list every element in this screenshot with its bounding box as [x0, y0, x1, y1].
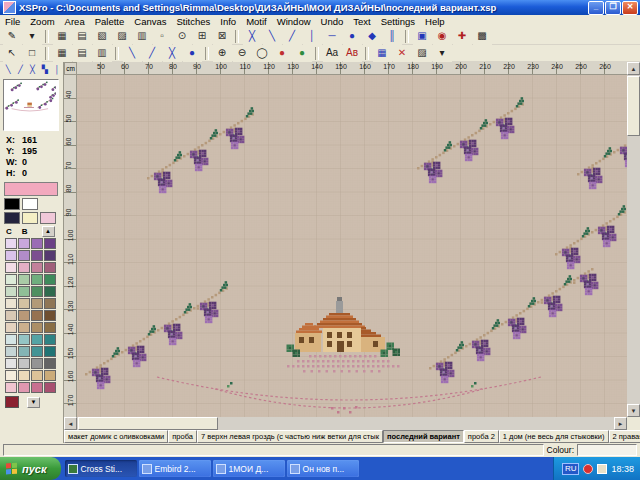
start-button[interactable]: пуск — [0, 457, 61, 480]
palette-swatch[interactable] — [44, 358, 56, 369]
tool-full-cross-stitch-button[interactable]: ▦ — [53, 28, 72, 45]
pattern-tab[interactable]: 7 верхн левая гроздь (с частью ниж ветки… — [197, 430, 383, 443]
palette-swatch[interactable] — [18, 334, 30, 345]
tool-knot-red-button[interactable]: ◉ — [433, 28, 452, 45]
palette-swatch[interactable] — [5, 310, 17, 321]
minimize-button[interactable]: _ — [588, 1, 604, 15]
taskbar-button[interactable]: 1МОИ Д... — [213, 460, 285, 477]
palette-swatch[interactable] — [5, 322, 17, 333]
tool-side-half-ne-button[interactable]: ╱ — [15, 63, 26, 77]
taskbar-button[interactable]: Embird 2... — [139, 460, 211, 477]
tool-blue-half-fwd-button[interactable]: ╱ — [283, 28, 302, 45]
palette-swatch[interactable] — [31, 238, 43, 249]
tool-blue-half-back-button[interactable]: ╲ — [263, 28, 282, 45]
pattern-tab[interactable]: последний вариант — [383, 430, 464, 443]
tool-blue-vertical-button[interactable]: │ — [303, 28, 322, 45]
palette-swatch[interactable] — [44, 370, 56, 381]
palette-swatch[interactable] — [18, 274, 30, 285]
palette-swatch[interactable] — [31, 262, 43, 273]
tool-blue-line-ne-button[interactable]: ╱ — [143, 45, 162, 62]
tool-half-cross-stitch-button[interactable]: ▤ — [73, 28, 92, 45]
palette-swatch[interactable] — [31, 382, 43, 393]
tool-more-dropdown-button[interactable]: ▾ — [433, 45, 452, 62]
palette-swatch[interactable] — [44, 298, 56, 309]
tool-pattern-tool-button[interactable]: ▨ — [413, 45, 432, 62]
selected-color-swatch[interactable] — [4, 182, 58, 196]
menu-stitches[interactable]: Stitches — [171, 16, 215, 27]
horizontal-scroll-thumb[interactable] — [78, 417, 218, 430]
tool-zoom-out-button[interactable]: ⊖ — [233, 45, 252, 62]
tool-pencil-tool-button[interactable]: ✎ — [3, 28, 22, 45]
taskbar-button[interactable]: Он нов п... — [287, 460, 359, 477]
tool-stitch-view-1-button[interactable]: ▦ — [53, 45, 72, 62]
menu-undo[interactable]: Undo — [316, 16, 349, 27]
language-indicator[interactable]: RU — [562, 463, 580, 475]
palette-swatch[interactable] — [44, 286, 56, 297]
tool-special-stitch-button[interactable]: ⊠ — [213, 28, 232, 45]
palette-swatch[interactable] — [31, 322, 43, 333]
palette-swatch[interactable] — [31, 298, 43, 309]
palette-swatch[interactable] — [18, 286, 30, 297]
palette-swatch[interactable] — [18, 310, 30, 321]
horizontal-scrollbar[interactable]: ◄ ► — [64, 417, 627, 430]
palette-swatch[interactable] — [4, 198, 20, 210]
menu-zoom[interactable]: Zoom — [25, 16, 59, 27]
palette-swatch[interactable] — [31, 310, 43, 321]
tool-quarter-stitch-button[interactable]: ▧ — [93, 28, 112, 45]
palette-swatch[interactable] — [44, 322, 56, 333]
palette-scroll-up-button[interactable]: ▲ — [42, 226, 55, 237]
tool-circle-green-button[interactable]: ● — [293, 45, 312, 62]
tool-blue-line-x-button[interactable]: ╳ — [163, 45, 182, 62]
palette-swatch[interactable] — [18, 262, 30, 273]
palette-swatch[interactable] — [5, 334, 17, 345]
palette-swatch[interactable] — [44, 382, 56, 393]
palette-swatch[interactable] — [18, 238, 30, 249]
pattern-tab[interactable]: проба — [168, 430, 197, 443]
menu-file[interactable]: File — [0, 16, 25, 27]
tool-blue-dot-button[interactable]: ● — [183, 45, 202, 62]
tool-circle-red-button[interactable]: ● — [273, 45, 292, 62]
tool-cross-red-button[interactable]: ✚ — [453, 28, 472, 45]
scroll-up-button[interactable]: ▲ — [627, 62, 640, 75]
palette-swatch[interactable] — [5, 298, 17, 309]
palette-swatch[interactable] — [40, 212, 56, 224]
tool-bead-stitch-button[interactable]: ⊞ — [193, 28, 212, 45]
tool-select-rect-button[interactable]: □ — [23, 45, 42, 62]
tool-motif-tool-button[interactable]: ▣ — [413, 28, 432, 45]
palette-swatch[interactable] — [5, 370, 17, 381]
palette-swatch[interactable] — [31, 370, 43, 381]
menu-help[interactable]: Help — [420, 16, 450, 27]
tool-side-back-button[interactable]: │ — [51, 63, 62, 77]
scroll-down-button[interactable]: ▼ — [627, 404, 640, 417]
palette-scroll-down-button[interactable]: ▼ — [27, 397, 40, 408]
maximize-button[interactable]: ❐ — [605, 1, 621, 15]
tool-grid-toggle-button[interactable]: ▩ — [473, 28, 492, 45]
tool-zoom-actual-button[interactable]: ◯ — [253, 45, 272, 62]
cross-stitch-pattern-canvas[interactable] — [77, 75, 627, 417]
palette-swatch[interactable] — [4, 212, 20, 224]
palette-swatch[interactable] — [5, 358, 17, 369]
tool-blue-bead-button[interactable]: ◆ — [363, 28, 382, 45]
palette-swatch[interactable] — [44, 262, 56, 273]
tool-blue-long-stitch-button[interactable]: ║ — [383, 28, 402, 45]
palette-swatch[interactable] — [18, 358, 30, 369]
tool-stitch-view-3-button[interactable]: ▥ — [93, 45, 112, 62]
palette-swatch[interactable] — [5, 382, 17, 393]
scroll-right-button[interactable]: ► — [614, 417, 627, 430]
palette-swatch[interactable] — [18, 298, 30, 309]
pattern-tab[interactable]: 2 правая ниж гр. — [609, 430, 640, 443]
menu-area[interactable]: Area — [60, 16, 90, 27]
tray-notification-icon[interactable] — [583, 464, 593, 474]
taskbar-button[interactable]: Cross Sti... — [65, 460, 137, 477]
palette-swatch[interactable] — [5, 346, 17, 357]
menu-settings[interactable]: Settings — [376, 16, 420, 27]
vertical-scroll-thumb[interactable] — [627, 76, 640, 136]
menu-palette[interactable]: Palette — [90, 16, 130, 27]
tool-side-half-nw-button[interactable]: ╲ — [3, 63, 14, 77]
palette-swatch[interactable] — [31, 334, 43, 345]
tool-blue-knot-button[interactable]: ● — [343, 28, 362, 45]
palette-extra-swatch[interactable] — [5, 396, 19, 408]
palette-swatch[interactable] — [18, 346, 30, 357]
palette-swatch[interactable] — [44, 310, 56, 321]
palette-swatch[interactable] — [31, 358, 43, 369]
